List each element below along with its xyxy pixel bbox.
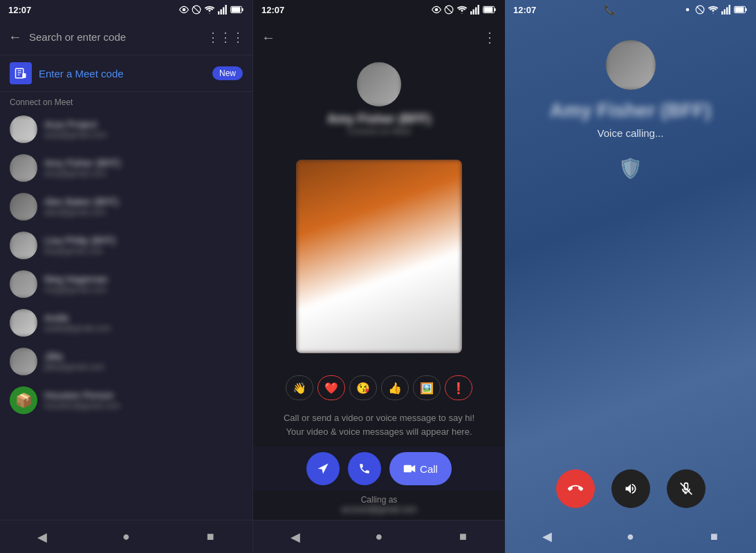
svg-rect-30 (721, 11, 723, 15)
chat-profile-section: Amy Fisher (BFF) Connect on Meet (253, 55, 505, 143)
vc-home-nav-btn[interactable]: ● (618, 524, 643, 549)
emoji-reactions: 👋 ❤️ 😘 👍 🖼️ ❗ (253, 370, 505, 406)
contact-name: Meg Hageman (44, 274, 108, 285)
battery-icon-2 (483, 6, 497, 14)
chat-more-btn[interactable]: ⋮ (483, 29, 497, 46)
list-item[interactable]: 📦 Houston Person houston@gmail.com (0, 381, 252, 420)
svg-rect-19 (473, 9, 474, 15)
vc-call-status: Voice calling... (598, 127, 664, 139)
status-time-2: 12:07 (261, 5, 284, 15)
video-call-btn[interactable]: Call (389, 452, 452, 485)
list-item[interactable]: Meg Hageman meg@gmail.com (0, 265, 252, 303)
contact-email: arya@gmail.com (44, 130, 107, 140)
chat-back-btn[interactable]: ← (261, 30, 275, 46)
svg-rect-18 (470, 11, 472, 15)
mute-btn[interactable] (667, 469, 706, 508)
nav-bar-1: ◀ ● ■ (0, 520, 252, 553)
svg-line-17 (445, 6, 452, 12)
svg-rect-4 (221, 9, 222, 15)
chat-back-nav-btn[interactable]: ◀ (283, 525, 308, 550)
list-item[interactable]: Lisa Philip (BFF) lisa@gmail.com (0, 226, 252, 265)
contact-name: Houston Person (44, 390, 120, 401)
signal-icon (218, 5, 228, 15)
signal-icon-3 (721, 5, 731, 15)
chat-recent-nav-btn[interactable]: ■ (450, 525, 475, 550)
list-item[interactable]: Amy Fisher (BFF) amy@gmail.com (0, 149, 252, 187)
svg-rect-33 (729, 5, 730, 15)
wifi-icon-3 (708, 5, 719, 15)
meet-code-row[interactable]: Enter a Meet code New (0, 55, 252, 92)
back-nav-btn[interactable]: ◀ (30, 525, 55, 550)
svg-rect-31 (724, 9, 726, 15)
chat-image-area (253, 143, 505, 370)
battery-icon-1 (230, 6, 244, 14)
back-icon[interactable]: ← (8, 29, 22, 45)
contact-email: meg@gmail.com (44, 285, 108, 294)
contacts-panel: 12:07 ← Search or enter code ⋮⋮⋮ Enter a… (0, 0, 252, 553)
reaction-photo-btn[interactable]: 🖼️ (413, 375, 441, 400)
send-message-btn[interactable] (306, 452, 340, 485)
block-icon-2 (444, 5, 454, 15)
reaction-thumbs-btn[interactable]: 👍 (381, 375, 409, 400)
list-item[interactable]: Arya Project arya@gmail.com (0, 110, 252, 149)
chat-avatar (357, 62, 401, 106)
status-bar-1: 12:07 (0, 0, 252, 19)
end-call-btn[interactable] (556, 469, 595, 508)
reaction-exclaim-btn[interactable]: ❗ (445, 375, 472, 400)
svg-rect-5 (223, 8, 224, 15)
list-item[interactable]: Alex Baker (BFF) alex@gmail.com (0, 187, 252, 226)
svg-point-0 (183, 8, 186, 12)
svg-point-27 (686, 8, 690, 12)
vc-back-nav-btn[interactable]: ◀ (535, 524, 560, 549)
eye-icon (179, 5, 189, 15)
svg-rect-9 (232, 7, 241, 12)
chat-panel: 12:07 ← ⋮ Amy Fisher (BFF) Connect on Me… (252, 0, 505, 553)
vc-recent-nav-btn[interactable]: ■ (702, 524, 727, 549)
contact-name: Lisa Philip (BFF) (44, 235, 116, 246)
voice-call-btn[interactable] (348, 452, 381, 485)
grid-icon[interactable]: ⋮⋮⋮ (207, 30, 244, 45)
reaction-wave-btn[interactable]: 👋 (286, 375, 313, 400)
list-item[interactable]: Jillie jillie@gmail.com (0, 342, 252, 381)
avatar (10, 232, 37, 259)
speaker-btn[interactable] (611, 469, 650, 508)
block-icon (192, 5, 201, 15)
meet-code-label[interactable]: Enter a Meet code (39, 68, 205, 79)
status-time-1: 12:07 (8, 5, 31, 15)
status-bar-2: 12:07 (253, 0, 505, 19)
list-item[interactable]: Andie andie@gmail.com (0, 303, 252, 342)
svg-rect-36 (735, 7, 744, 12)
search-input[interactable]: Search or enter code (29, 31, 200, 43)
recent-nav-btn[interactable]: ■ (198, 525, 223, 550)
eye-icon-3 (683, 5, 692, 15)
vc-caller-name: Amy Fisher (BFF) (550, 100, 711, 122)
phone-icon-header: 📞 (604, 4, 616, 15)
chat-home-nav-btn[interactable]: ● (367, 525, 391, 550)
chat-header: ← ⋮ (253, 19, 505, 55)
meet-code-icon (10, 62, 32, 84)
calling-as-account: account@gmail.com (342, 505, 417, 514)
svg-rect-14 (22, 73, 26, 78)
calling-as-label: Calling as (361, 495, 398, 505)
svg-marker-26 (412, 465, 415, 473)
svg-line-2 (193, 6, 199, 12)
avatar (10, 309, 37, 337)
chat-subtitle: Connect on Meet (347, 126, 410, 136)
reaction-heart-btn[interactable]: ❤️ (317, 375, 345, 400)
eye-icon-2 (432, 5, 441, 15)
calling-as-row: Calling as account@gmail.com (253, 491, 505, 520)
search-bar[interactable]: ← Search or enter code ⋮⋮⋮ (0, 19, 252, 55)
home-nav-btn[interactable]: ● (113, 525, 138, 550)
contact-info: Lisa Philip (BFF) lisa@gmail.com (44, 235, 116, 256)
contact-name: Andie (44, 312, 111, 324)
reaction-kiss-btn[interactable]: 😘 (349, 375, 377, 400)
voicecall-panel: 12:07 📞 Amy Fisher (BFF) Voice calling..… (505, 0, 756, 553)
contact-info: Arya Project arya@gmail.com (44, 119, 107, 140)
chat-prompt-text: Call or send a video or voice message to… (253, 406, 505, 447)
contact-info: Amy Fisher (BFF) amy@gmail.com (44, 158, 120, 178)
vc-nav-bar: ◀ ● ■ (505, 520, 756, 553)
contact-email: andie@gmail.com (44, 324, 111, 333)
contact-email: lisa@gmail.com (44, 246, 116, 256)
battery-icon-3 (734, 6, 748, 14)
svg-rect-35 (746, 8, 747, 11)
